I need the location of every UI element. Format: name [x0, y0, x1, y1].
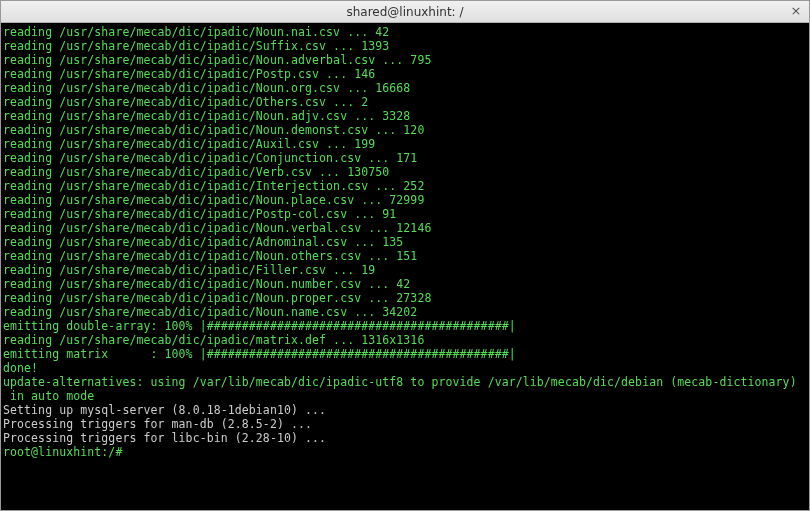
terminal-line: reading /usr/share/mecab/dic/ipadic/Suff…: [3, 39, 807, 53]
terminal-line: reading /usr/share/mecab/dic/ipadic/Noun…: [3, 277, 807, 291]
terminal-line: Setting up mysql-server (8.0.18-1debian1…: [3, 403, 807, 417]
terminal-window: shared@linuxhint: / × reading /usr/share…: [0, 0, 810, 511]
terminal-line: reading /usr/share/mecab/dic/ipadic/Noun…: [3, 25, 807, 39]
terminal-line: reading /usr/share/mecab/dic/ipadic/Noun…: [3, 221, 807, 235]
terminal-line: update-alternatives: using /var/lib/meca…: [3, 375, 807, 389]
terminal-line: reading /usr/share/mecab/dic/ipadic/Noun…: [3, 123, 807, 137]
prompt: root@linuxhint:/#: [3, 445, 122, 459]
terminal-line: Processing triggers for man-db (2.8.5-2)…: [3, 417, 807, 431]
terminal-line: in auto mode: [3, 389, 807, 403]
window-title: shared@linuxhint: /: [346, 5, 463, 19]
terminal-line: emitting double-array: 100% |###########…: [3, 319, 807, 333]
terminal-line: reading /usr/share/mecab/dic/ipadic/Noun…: [3, 193, 807, 207]
terminal-line: reading /usr/share/mecab/dic/ipadic/Noun…: [3, 53, 807, 67]
terminal-line: reading /usr/share/mecab/dic/ipadic/Noun…: [3, 305, 807, 319]
terminal-line: reading /usr/share/mecab/dic/ipadic/Othe…: [3, 95, 807, 109]
terminal-line: reading /usr/share/mecab/dic/ipadic/Noun…: [3, 109, 807, 123]
terminal-line: done!: [3, 361, 807, 375]
prompt-line: root@linuxhint:/#: [3, 445, 807, 459]
close-icon[interactable]: ×: [789, 4, 803, 18]
terminal-line: reading /usr/share/mecab/dic/ipadic/Inte…: [3, 179, 807, 193]
terminal-line: reading /usr/share/mecab/dic/ipadic/Auxi…: [3, 137, 807, 151]
terminal-line: reading /usr/share/mecab/dic/ipadic/Adno…: [3, 235, 807, 249]
terminal-line: reading /usr/share/mecab/dic/ipadic/Post…: [3, 67, 807, 81]
terminal-area[interactable]: reading /usr/share/mecab/dic/ipadic/Noun…: [1, 23, 809, 510]
cursor[interactable]: [122, 445, 129, 459]
terminal-line: reading /usr/share/mecab/dic/ipadic/Post…: [3, 207, 807, 221]
terminal-line: reading /usr/share/mecab/dic/ipadic/Verb…: [3, 165, 807, 179]
terminal-line: reading /usr/share/mecab/dic/ipadic/Noun…: [3, 291, 807, 305]
terminal-line: reading /usr/share/mecab/dic/ipadic/Noun…: [3, 81, 807, 95]
terminal-line: reading /usr/share/mecab/dic/ipadic/Conj…: [3, 151, 807, 165]
terminal-line: emitting matrix : 100% |################…: [3, 347, 807, 361]
terminal-line: Processing triggers for libc-bin (2.28-1…: [3, 431, 807, 445]
titlebar[interactable]: shared@linuxhint: / ×: [1, 1, 809, 23]
terminal-line: reading /usr/share/mecab/dic/ipadic/Noun…: [3, 249, 807, 263]
terminal-line: reading /usr/share/mecab/dic/ipadic/matr…: [3, 333, 807, 347]
terminal-line: reading /usr/share/mecab/dic/ipadic/Fill…: [3, 263, 807, 277]
